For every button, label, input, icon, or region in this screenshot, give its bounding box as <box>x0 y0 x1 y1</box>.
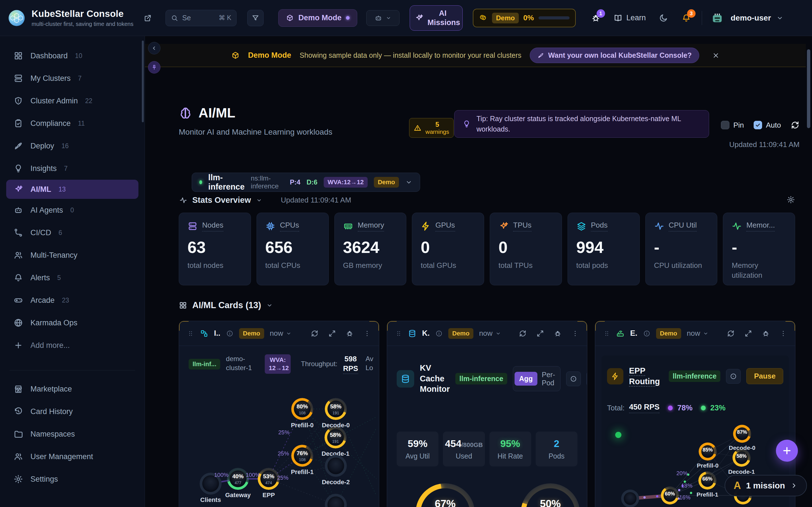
tab-per-pod[interactable]: Per-Pod <box>538 368 559 390</box>
sidebar-item-karmada-ops[interactable]: Karmada Ops <box>0 312 145 334</box>
gauge-node[interactable]: Requests <box>621 490 639 507</box>
search-placeholder: Se <box>182 14 191 22</box>
sidebar-item-arcade[interactable]: Arcade23 <box>0 289 145 312</box>
user-avatar[interactable] <box>709 10 725 26</box>
workload-selector[interactable]: llm-inference ns:llm-inference P:4 D:6 W… <box>192 173 420 192</box>
gauge-ring <box>621 490 639 507</box>
notifications-button[interactable]: 3 <box>681 13 691 23</box>
demo-corner <box>387 321 397 331</box>
debug-button[interactable]: 1 <box>591 13 601 23</box>
sidebar-item-insights[interactable]: Insights7 <box>0 157 145 180</box>
page-scrollbar[interactable] <box>807 49 810 128</box>
time-range-dropdown[interactable]: now <box>479 329 501 338</box>
refresh-icon[interactable] <box>791 121 800 129</box>
pin-checkbox-box[interactable] <box>721 121 729 129</box>
aiml-cards-toggle[interactable]: AI/ML Cards (13) <box>179 300 273 311</box>
sidebar-item-multi-tenancy[interactable]: Multi-Tenancy <box>0 244 145 267</box>
gauge-node[interactable]: 58% 191 Decode-1 <box>324 427 347 448</box>
stat-card-pods[interactable]: Pods 994 total pods <box>567 213 640 285</box>
stat-card-memory[interactable]: Memory 3624 GB memory <box>335 213 407 285</box>
gauge-node[interactable]: 58% 191 Decode-0 <box>325 398 347 420</box>
expand-icon[interactable] <box>328 330 336 337</box>
gauge-node[interactable]: 66% Prefill-1 <box>698 471 716 490</box>
theme-toggle-button[interactable] <box>659 13 668 22</box>
sidebar-item-card-history[interactable]: Card History <box>0 400 145 423</box>
bug-icon[interactable] <box>554 330 562 337</box>
chevron-left-icon <box>151 45 157 51</box>
stats-overview-toggle[interactable]: Stats Overview Updated 11:09:41 AM <box>179 195 351 205</box>
stat-card-gpus[interactable]: GPUs 0 total GPUs <box>412 213 484 285</box>
token-usage-widget[interactable]: Demo 0% <box>473 9 575 27</box>
drag-handle-icon[interactable] <box>187 330 194 337</box>
learn-button[interactable]: Learn <box>613 13 646 22</box>
collapse-sidebar-button[interactable] <box>148 42 160 54</box>
expand-icon[interactable] <box>536 330 544 337</box>
sidebar-item-namespaces[interactable]: Namespaces <box>0 423 145 445</box>
missions-pill[interactable]: A 1 mission <box>725 475 807 496</box>
debug-count-badge: 1 <box>597 9 605 18</box>
external-link-button[interactable] <box>144 14 152 22</box>
sidebar-scrollbar[interactable] <box>142 41 144 122</box>
sidebar-item-compliance[interactable]: Compliance11 <box>0 112 145 135</box>
stat-card-cpus[interactable]: CPUs 656 total CPUs <box>257 213 329 285</box>
info-icon[interactable] <box>643 330 651 337</box>
sidebar-item-cluster-admin[interactable]: Cluster Admin22 <box>0 90 145 112</box>
time-range-dropdown[interactable]: now <box>270 329 292 338</box>
pin-checkbox[interactable]: Pin <box>721 121 744 129</box>
demo-mode-button[interactable]: Demo Mode <box>278 9 357 27</box>
auto-checkbox-box[interactable] <box>754 121 762 129</box>
gauge-node[interactable]: 40% 477 Gateway <box>227 468 249 490</box>
stats-settings-icon[interactable] <box>786 195 795 204</box>
ai-missions-button[interactable]: AI Missions <box>410 5 463 31</box>
drag-handle-icon[interactable] <box>395 330 402 337</box>
sidebar-item-my-clusters[interactable]: My Clusters7 <box>0 67 145 90</box>
pin-rail-button[interactable] <box>148 61 160 73</box>
sidebar-item-deploy[interactable]: Deploy16 <box>0 135 145 157</box>
sidebar-item-add-more[interactable]: Add more... <box>0 334 145 356</box>
focus-button[interactable] <box>566 372 581 386</box>
banner-close-icon[interactable] <box>712 52 719 59</box>
bug-icon[interactable] <box>762 330 770 337</box>
sidebar-item-dashboard[interactable]: Dashboard10 <box>0 45 145 67</box>
warnings-badge[interactable]: 5warnings <box>409 118 454 138</box>
refresh-icon[interactable] <box>519 330 527 337</box>
stat-card-nodes[interactable]: Nodes 63 total nodes <box>179 213 251 285</box>
filter-button[interactable] <box>247 10 264 26</box>
drag-handle-icon[interactable] <box>603 330 610 337</box>
gauge-node[interactable]: 80% 108 Prefill-0 <box>291 398 313 420</box>
stat-card-cpu-util[interactable]: CPU Util - CPU utilization <box>645 213 718 285</box>
sidebar-item-ai-ml[interactable]: AI/ML13 <box>6 180 139 199</box>
auto-refresh-checkbox[interactable]: Auto <box>754 121 781 129</box>
gauge-node[interactable]: Decode-3 <box>325 494 347 507</box>
sidebar-item-user-management[interactable]: User Management <box>0 445 145 468</box>
agent-selector-button[interactable] <box>366 10 400 26</box>
search-input[interactable]: Se ⌘ K <box>165 10 237 26</box>
gauge-node[interactable]: 85% Prefill-0 <box>699 443 717 460</box>
clipped-button[interactable] <box>587 372 587 386</box>
bug-icon[interactable] <box>346 330 354 337</box>
gauge-node[interactable]: 53% 474 EPP <box>258 468 280 490</box>
add-card-fab[interactable] <box>776 440 798 462</box>
tab-agg[interactable]: Agg <box>515 372 538 386</box>
sidebar-item-alerts[interactable]: Alerts5 <box>0 267 145 289</box>
gauge-node[interactable]: 76% 108 Prefill-1 <box>291 445 313 467</box>
time-range-dropdown[interactable]: now <box>687 329 709 338</box>
stat-card-tpus[interactable]: TPUs 0 total TPUs <box>490 213 562 285</box>
sidebar-item-cicd[interactable]: CI/CD6 <box>0 221 145 244</box>
gauge-node[interactable]: 87% Decode-0 <box>733 425 751 443</box>
info-icon[interactable] <box>226 330 234 337</box>
wva-badge: WVA:12→12 <box>324 177 368 187</box>
info-icon[interactable] <box>435 330 443 337</box>
stat-card-memory-util[interactable]: Memor... - Memory utilization <box>723 213 795 285</box>
expand-icon[interactable] <box>744 330 752 337</box>
gauge-node[interactable]: 58% Decode-1 <box>732 449 751 467</box>
banner-cta-button[interactable]: Want your own local KubeStellar Console? <box>530 48 699 63</box>
sidebar-item-ai-agents[interactable]: AI Agents0 <box>0 199 145 221</box>
sidebar-item-settings[interactable]: Settings <box>0 468 145 490</box>
refresh-icon[interactable] <box>311 330 319 337</box>
sidebar-item-marketplace[interactable]: Marketplace <box>0 378 145 400</box>
refresh-icon[interactable] <box>727 330 735 337</box>
gauge-node[interactable]: 60% EPP <box>661 487 679 504</box>
gauge-node[interactable]: Decode-2 <box>325 455 347 477</box>
user-menu-chevron-icon[interactable] <box>776 14 783 22</box>
